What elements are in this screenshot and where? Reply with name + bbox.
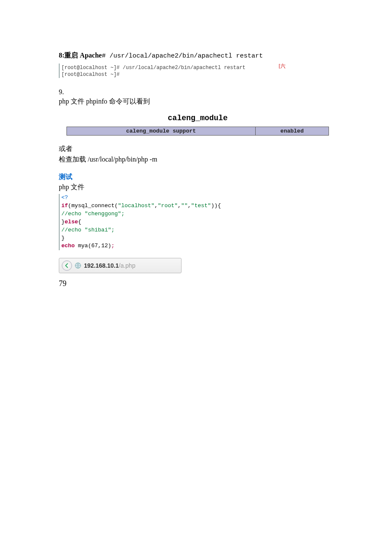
- code-l7rest: mya(67,12): [75, 243, 111, 249]
- step8-label: 8:重启 Apache: [59, 52, 102, 59]
- code-l7semi: ;: [111, 243, 115, 249]
- php-code-block: <? if(mysql_connect("localhost","root","…: [59, 194, 337, 250]
- code-l3: //echo "chenggong";: [61, 211, 124, 217]
- code-s1: "localhost": [118, 202, 155, 209]
- url-path: /a.php: [119, 262, 135, 269]
- terminal-annotation: [六: [279, 64, 285, 69]
- step8-cmd-prefix: #: [102, 52, 110, 60]
- url-text[interactable]: 192.168.10.1/a.php: [84, 262, 135, 269]
- result-output: 79: [59, 279, 337, 288]
- step9-num: 9.: [59, 88, 337, 96]
- code-s4: "test": [191, 202, 211, 209]
- code-l2a: (mysql_connect(: [68, 202, 118, 209]
- code-l4a: }: [61, 219, 65, 225]
- code-else: else: [65, 219, 78, 225]
- code-if: if: [61, 202, 68, 209]
- step8-cmd: /usr/local/apache2/bin/apachectl restart: [110, 52, 263, 60]
- code-open-tag: <?: [61, 194, 68, 201]
- module-table: caleng_module support enabled: [66, 127, 329, 136]
- code-c2: ,: [178, 202, 181, 209]
- globe-icon: [75, 262, 81, 269]
- code-l6: }: [61, 235, 65, 241]
- code-s2: "root": [158, 202, 178, 209]
- code-l4b: {: [78, 219, 81, 225]
- code-echo: echo: [61, 243, 75, 249]
- module-support-cell: caleng_module support: [67, 127, 256, 135]
- browser-addressbar: 192.168.10.1/a.php: [59, 258, 182, 273]
- or-label: 或者: [59, 143, 337, 154]
- terminal-output: [六 [root@localhost ~]# /usr/local/apache…: [59, 64, 337, 78]
- code-l5: //echo "shibai";: [61, 227, 115, 233]
- check-line: 检查加载 /usr/local/php/bin/php -m: [59, 154, 337, 165]
- terminal-line-1: [root@localhost ~]# /usr/local/apache2/b…: [61, 64, 337, 71]
- code-s3: "": [181, 202, 188, 209]
- code-l2end: )){: [211, 202, 221, 209]
- step8-heading: 8:重启 Apache# /usr/local/apache2/bin/apac…: [59, 51, 337, 60]
- back-button[interactable]: [62, 260, 72, 271]
- module-enabled-cell: enabled: [255, 127, 329, 135]
- back-arrow-icon: [64, 263, 69, 268]
- test-heading: 测试: [59, 173, 337, 182]
- terminal-line-2: [root@localhost ~]#: [61, 71, 337, 78]
- url-host: 192.168.10.1: [84, 262, 119, 269]
- module-title: caleng_module: [59, 114, 337, 122]
- step9-line: php 文件 phpinfo 命令可以看到: [59, 96, 337, 107]
- test-subtitle: php 文件: [59, 182, 337, 193]
